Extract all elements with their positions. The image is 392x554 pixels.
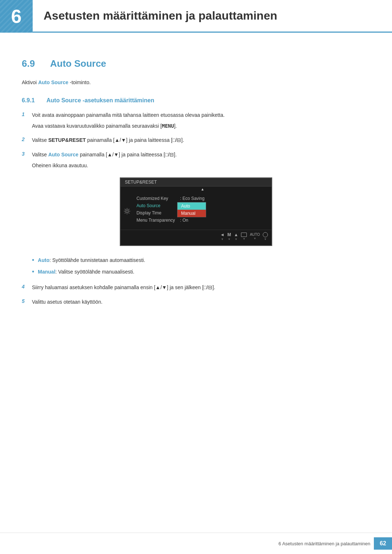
auto-label: AUTO xyxy=(250,233,260,237)
section-title: Auto Source xyxy=(50,58,106,69)
step-3: 3 Valitse Auto Source painamalla [▲/▼] j… xyxy=(22,151,370,170)
menu-item-auto-source: Auto Source : Auto Manual xyxy=(134,202,271,209)
menu-gear-icon xyxy=(121,193,134,225)
bullet-text-auto: Auto: Syöttölähde tunnistetaan automaatt… xyxy=(38,256,145,265)
page-header: 6 Asetusten määrittäminen ja palauttamin… xyxy=(0,0,392,44)
chapter-number: 6 xyxy=(11,5,22,27)
bullet-dot-1: • xyxy=(32,256,34,264)
bullet-text-manual: Manual: Valitse syöttölähde manuaalisest… xyxy=(38,268,134,276)
intro-bold-word: Auto Source xyxy=(38,79,68,85)
menu-item-label-4: Menu Transparency xyxy=(136,218,180,223)
menu-area: Customized Key : Eco Saving Auto Source … xyxy=(121,191,271,227)
step-3-bold: Auto Source xyxy=(48,152,78,157)
menu-arrow-up: ▲ xyxy=(121,186,271,191)
menu-title: SETUP&RESET xyxy=(121,178,271,186)
monitor-screen: SETUP&RESET ▲ Customized Key : Eco Savin… xyxy=(120,177,272,246)
dropdown-options: Auto Manual xyxy=(177,202,206,217)
step-1-content: Voit avata avainoppaan painamalla mitä t… xyxy=(32,111,370,131)
step-4: 4 Siirry haluamasi asetuksen kohdalle pa… xyxy=(22,283,370,292)
monitor-container: SETUP&RESET ▲ Customized Key : Eco Savin… xyxy=(22,177,370,246)
dropdown-opt-manual: Manual xyxy=(177,210,206,217)
menu-item-value-4: : On xyxy=(180,218,188,223)
left-arrow-icon: ◄ xyxy=(220,232,225,237)
intro-text-before: Aktivoi xyxy=(22,79,38,85)
steps-list-2: 4 Siirry haluamasi asetuksen kohdalle pa… xyxy=(22,283,370,307)
step-1-text: Voit avata avainoppaan painamalla mitä t… xyxy=(32,112,225,118)
bullet-label-manual: Manual xyxy=(38,269,55,275)
bullet-dot-2: • xyxy=(32,268,34,276)
step-4-num: 4 xyxy=(22,283,32,290)
menu-item-menu-transparency: Menu Transparency : On xyxy=(134,217,271,224)
step-5: 5 Valittu asetus otetaan käyttöön. xyxy=(22,298,370,307)
bullet-list: • Auto: Syöttölähde tunnistetaan automaa… xyxy=(32,256,370,276)
steps-list: 1 Voit avata avainoppaan painamalla mitä… xyxy=(22,111,370,170)
page-footer: 6 Asetusten määrittäminen ja palauttamin… xyxy=(0,533,392,554)
dropdown-opt-auto: Auto xyxy=(177,202,206,210)
section-heading: 6.9 Auto Source xyxy=(22,58,370,69)
step-5-num: 5 xyxy=(22,298,32,304)
bottom-icon-menu: M ▼ xyxy=(228,232,231,241)
screen-icon-down: ▼ xyxy=(242,237,245,241)
page-number: 62 xyxy=(374,537,392,550)
step-3-num: 3 xyxy=(22,151,32,157)
step-1-key: MENU xyxy=(162,123,174,129)
step-3-content: Valitse Auto Source painamalla [▲/▼] ja … xyxy=(32,151,370,170)
step-2-content: Valitse SETUP&RESET painamalla [▲/▼] ja … xyxy=(32,136,370,145)
bottom-icon-screen: ▼ xyxy=(241,233,247,241)
up-triangle-icon: ▲ xyxy=(234,232,238,237)
step-5-content: Valittu asetus otetaan käyttöön. xyxy=(32,298,370,307)
chapter-number-block: 6 xyxy=(0,0,33,33)
power-icon-down: ▼ xyxy=(264,238,267,241)
menu-item-label-1: Customized Key xyxy=(136,196,180,201)
subsection-number: 6.9.1 xyxy=(22,97,42,104)
svg-point-0 xyxy=(126,210,128,212)
step-2-bold: SETUP&RESET xyxy=(48,137,86,143)
menu-icon-m: M xyxy=(228,232,231,237)
menu-item-label-3: Display Time xyxy=(136,210,180,216)
bullet-item-auto: • Auto: Syöttölähde tunnistetaan automaa… xyxy=(32,256,370,265)
screen-shape-icon xyxy=(241,233,247,237)
step-4-content: Siirry haluamasi asetuksen kohdalle pain… xyxy=(32,283,370,292)
bottom-icon-up: ▲ ▼ xyxy=(234,232,238,241)
monitor-bottom-icons: ◄ ▼ M ▼ ▲ ▼ ▼ AUTO ▼ xyxy=(121,230,271,242)
gear-svg xyxy=(123,208,131,215)
step-1: 1 Voit avata avainoppaan painamalla mitä… xyxy=(22,111,370,131)
menu-icon-down: ▼ xyxy=(228,238,231,241)
bullet-colon-auto: : xyxy=(49,257,51,263)
bullet-colon-manual: : xyxy=(56,269,57,275)
subsection-title: Auto Source -asetuksen määrittäminen xyxy=(46,97,154,104)
left-arrow-down: ▼ xyxy=(221,238,224,241)
step-1-subtext: Avaa vastaava kuvaruutuvalikko painamall… xyxy=(32,122,370,131)
intro-text-after: -toiminto. xyxy=(68,79,90,85)
main-content: 6.9 Auto Source Aktivoi Auto Source -toi… xyxy=(0,58,392,336)
power-circle-icon xyxy=(263,232,268,237)
bottom-icon-auto: AUTO ▼ xyxy=(250,233,260,240)
step-3-subtext: Oheinen ikkuna avautuu. xyxy=(32,161,370,170)
menu-items-list: Customized Key : Eco Saving Auto Source … xyxy=(134,193,271,225)
up-arrow-down: ▼ xyxy=(234,238,237,241)
menu-item-customized-key: Customized Key : Eco Saving xyxy=(134,195,271,202)
chapter-title: Asetusten määrittäminen ja palauttaminen xyxy=(44,9,277,22)
bullet-label-auto: Auto xyxy=(38,257,49,263)
chapter-title-block: Asetusten määrittäminen ja palauttaminen xyxy=(33,0,392,33)
step-2-num: 2 xyxy=(22,136,32,142)
menu-item-label-2: Auto Source xyxy=(136,203,180,208)
bullet-item-manual: • Manual: Valitse syöttölähde manuaalise… xyxy=(32,268,370,276)
footer-text: 6 Asetusten määrittäminen ja palauttamin… xyxy=(278,541,370,546)
section-number: 6.9 xyxy=(22,58,44,69)
bottom-icon-left: ◄ ▼ xyxy=(220,232,225,241)
bottom-icon-power: ▼ xyxy=(263,232,268,241)
intro-paragraph: Aktivoi Auto Source -toiminto. xyxy=(22,78,370,87)
menu-item-value-1: : Eco Saving xyxy=(180,196,204,201)
step-2: 2 Valitse SETUP&RESET painamalla [▲/▼] j… xyxy=(22,136,370,145)
subsection-heading: 6.9.1 Auto Source -asetuksen määrittämin… xyxy=(22,97,370,104)
auto-icon-down: ▼ xyxy=(253,237,256,240)
step-1-num: 1 xyxy=(22,111,32,117)
